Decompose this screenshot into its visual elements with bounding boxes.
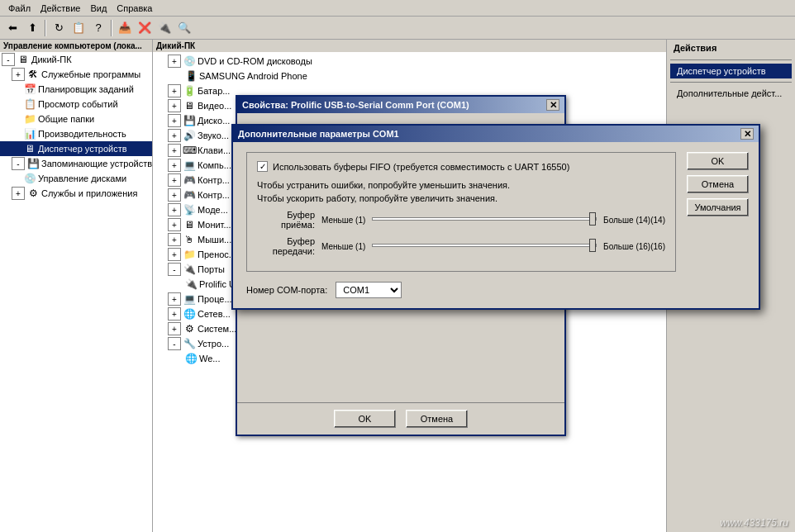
- transmit-buffer-slider[interactable]: [372, 239, 597, 252]
- com-cancel-button[interactable]: Отмена: [687, 175, 749, 193]
- com-titlebar: Дополнительные параметры COM1 ✕: [233, 126, 759, 142]
- transmit-more-label: Больше (16)(16): [603, 242, 665, 251]
- transmit-buffer-label: Буфер передачи:: [257, 236, 315, 256]
- com-port-select[interactable]: COM1 COM2 COM3 COM4: [336, 282, 402, 298]
- receive-buffer-label: Буфер приёма:: [257, 210, 315, 230]
- com-ok-button[interactable]: OK: [687, 152, 749, 170]
- fifo-label: Использовать буферы FIFO (требуется совм…: [273, 162, 569, 172]
- fifo-checkbox-row: ✓ Использовать буферы FIFO (требуется со…: [257, 161, 665, 172]
- fifo-section: ✓ Использовать буферы FIFO (требуется со…: [246, 152, 676, 272]
- dialog-buttons-right: OK Отмена Умолчания: [687, 152, 749, 216]
- com-title: Дополнительные параметры COM1: [238, 129, 399, 139]
- receive-more-label: Больше (14)(14): [603, 216, 665, 225]
- properties-cancel-button[interactable]: Отмена: [406, 410, 468, 428]
- com-close-button[interactable]: ✕: [740, 128, 754, 140]
- receive-buffer-slider[interactable]: [372, 212, 597, 226]
- com-defaults-button[interactable]: Умолчания: [687, 198, 749, 216]
- receive-less-label: Меньше (1): [321, 216, 365, 225]
- transmit-buffer-row: Буфер передачи: Меньше (1) Больше (16)(1…: [257, 236, 665, 256]
- com-port-label: Номер COM-порта:: [246, 285, 327, 295]
- fifo-info-2: Чтобы ускорить работу, попробуйте увелич…: [257, 193, 665, 203]
- transmit-less-label: Меньше (1): [321, 242, 365, 251]
- properties-footer: OK Отмена: [237, 402, 564, 435]
- fifo-info-1: Чтобы устранить ошибки, попробуйте умень…: [257, 180, 665, 190]
- receive-buffer-row: Буфер приёма: Меньше (1) Больше (14)(14): [257, 210, 665, 230]
- properties-titlebar: Свойства: Prolific USB-to-Serial Comm Po…: [237, 97, 564, 113]
- properties-title: Свойства: Prolific USB-to-Serial Comm Po…: [242, 100, 469, 110]
- dialog-overlay: Свойства: Prolific USB-to-Serial Comm Po…: [0, 0, 795, 532]
- dialog-com: Дополнительные параметры COM1 ✕ ✓ Исполь…: [231, 124, 760, 310]
- com-port-row: Номер COM-порта: COM1 COM2 COM3 COM4: [246, 282, 676, 298]
- watermark: www.433175.ru: [720, 517, 788, 529]
- properties-close-button[interactable]: ✕: [546, 99, 559, 111]
- properties-ok-button[interactable]: OK: [334, 410, 396, 428]
- fifo-checkbox[interactable]: ✓: [257, 161, 268, 172]
- com-body: ✓ Использовать буферы FIFO (требуется со…: [233, 142, 759, 308]
